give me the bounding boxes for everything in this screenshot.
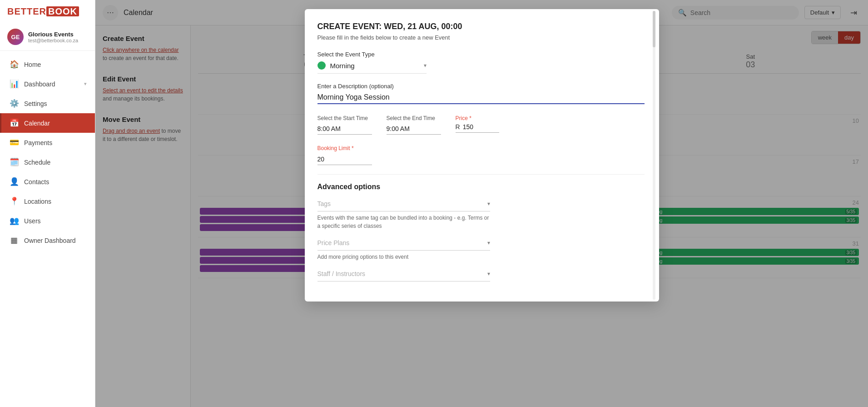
users-icon: 👥 <box>10 216 19 226</box>
start-time-input[interactable] <box>317 123 372 135</box>
chevron-down-icon: ▾ <box>487 240 490 246</box>
price-currency: R <box>456 123 460 131</box>
tags-select[interactable]: Tags ▾ <box>317 200 490 211</box>
sidebar-item-label: Owner Dashboard <box>24 237 76 244</box>
sidebar: BETTERBOOK GE Glorious Events test@bette… <box>0 0 95 407</box>
sidebar-item-dashboard[interactable]: 📊 Dashboard ▾ <box>0 74 95 94</box>
chevron-down-icon: ▾ <box>84 81 87 87</box>
main-area: ⋯ Calendar 🔍 Default ▾ ⇥ Create Event Cl… <box>95 0 868 407</box>
modal-subtitle: Please fill in the fields below to creat… <box>317 34 645 41</box>
sidebar-item-locations[interactable]: 📍 Locations <box>0 191 95 211</box>
modal-scrollbar[interactable] <box>653 9 656 301</box>
logo-better: BETTER <box>7 6 46 16</box>
sidebar-item-home[interactable]: 🏠 Home <box>0 55 95 74</box>
user-info: Glorious Events test@betterbook.co.za <box>28 31 78 43</box>
user-email: test@betterbook.co.za <box>28 38 78 43</box>
sidebar-item-label: Home <box>24 61 41 68</box>
booking-limit-row: Booking Limit * <box>317 144 645 165</box>
scrollbar-track <box>653 11 655 300</box>
contacts-icon: 👤 <box>10 177 19 186</box>
price-plans-select[interactable]: Price Plans ▾ <box>317 239 490 251</box>
divider <box>317 174 645 175</box>
staff-field: Staff / Instructors ▾ <box>317 270 645 281</box>
sidebar-item-users[interactable]: 👥 Users <box>0 211 95 231</box>
payments-icon: 💳 <box>10 138 19 147</box>
sidebar-item-label: Schedule <box>24 159 50 166</box>
create-event-modal: CREATE EVENT: WED, 21 AUG, 00:00 Please … <box>305 9 659 301</box>
price-plans-field: Price Plans ▾ Add more pricing options t… <box>317 239 645 261</box>
chevron-down-icon: ▾ <box>487 271 490 277</box>
sidebar-item-calendar[interactable]: 📅 Calendar <box>0 113 95 133</box>
sidebar-item-owner-dashboard[interactable]: ▦ Owner Dashboard <box>0 231 95 250</box>
price-plans-label: Price Plans <box>317 239 350 246</box>
description-input[interactable] <box>317 91 645 104</box>
event-type-select[interactable]: Morning ▾ <box>317 61 427 74</box>
logo-book: BOOK <box>46 6 79 16</box>
sidebar-item-settings[interactable]: ⚙️ Settings <box>0 94 95 113</box>
sidebar-item-label: Settings <box>24 100 47 107</box>
sidebar-item-label: Users <box>24 217 41 225</box>
sidebar-nav: 🏠 Home 📊 Dashboard ▾ ⚙️ Settings 📅 Calen… <box>0 51 95 407</box>
price-plans-desc: Add more pricing options to this event <box>317 253 490 261</box>
price-field: Price * R <box>456 115 499 135</box>
time-price-row: Select the Start Time Select the End Tim… <box>317 115 645 135</box>
booking-limit-input[interactable] <box>317 154 372 165</box>
tags-desc: Events with the same tag can be bundled … <box>317 214 490 230</box>
sidebar-item-label: Calendar <box>24 120 50 127</box>
modal-content: CREATE EVENT: WED, 21 AUG, 00:00 Please … <box>305 9 659 301</box>
scrollbar-thumb <box>653 11 655 47</box>
event-type-label: Select the Event Type <box>317 51 645 58</box>
tags-label: Tags <box>317 200 331 207</box>
dashboard-icon: 📊 <box>10 79 19 89</box>
sidebar-item-schedule[interactable]: 🗓️ Schedule <box>0 152 95 172</box>
sidebar-item-contacts[interactable]: 👤 Contacts <box>0 172 95 191</box>
calendar-icon: 📅 <box>10 118 19 128</box>
username: Glorious Events <box>28 31 78 38</box>
logo: BETTERBOOK <box>0 0 95 23</box>
sidebar-item-payments[interactable]: 💳 Payments <box>0 133 95 152</box>
booking-limit-label: Booking Limit * <box>317 145 354 151</box>
start-time-field: Select the Start Time <box>317 115 372 135</box>
home-icon: 🏠 <box>10 60 19 69</box>
price-label: Price * <box>456 115 499 121</box>
chevron-down-icon: ▾ <box>487 201 490 207</box>
modal-title: CREATE EVENT: WED, 21 AUG, 00:00 <box>317 22 645 31</box>
sidebar-item-label: Locations <box>24 198 51 205</box>
tags-field: Tags ▾ Events with the same tag can be b… <box>317 200 645 230</box>
avatar: GE <box>7 29 24 45</box>
sidebar-item-label: Contacts <box>24 178 49 186</box>
event-type-dot <box>317 61 326 70</box>
modal-overlay[interactable]: CREATE EVENT: WED, 21 AUG, 00:00 Please … <box>95 0 868 407</box>
description-label: Enter a Description (optional) <box>317 83 645 90</box>
end-time-label: Select the End Time <box>387 115 441 121</box>
end-time-input[interactable] <box>387 123 441 135</box>
advanced-options-title: Advanced options <box>317 183 645 191</box>
price-input[interactable] <box>463 123 499 131</box>
sidebar-item-label: Dashboard <box>24 80 55 88</box>
sidebar-item-label: Payments <box>24 139 52 146</box>
chevron-down-icon: ▾ <box>424 62 427 69</box>
price-input-row: R <box>456 123 499 133</box>
staff-select[interactable]: Staff / Instructors ▾ <box>317 270 490 281</box>
schedule-icon: 🗓️ <box>10 157 19 167</box>
user-profile: GE Glorious Events test@betterbook.co.za <box>0 23 95 51</box>
locations-icon: 📍 <box>10 196 19 206</box>
start-time-label: Select the Start Time <box>317 115 372 121</box>
event-type-value: Morning <box>330 62 419 70</box>
owner-dashboard-icon: ▦ <box>10 236 19 245</box>
end-time-field: Select the End Time <box>387 115 441 135</box>
staff-label: Staff / Instructors <box>317 270 366 277</box>
settings-icon: ⚙️ <box>10 99 19 108</box>
